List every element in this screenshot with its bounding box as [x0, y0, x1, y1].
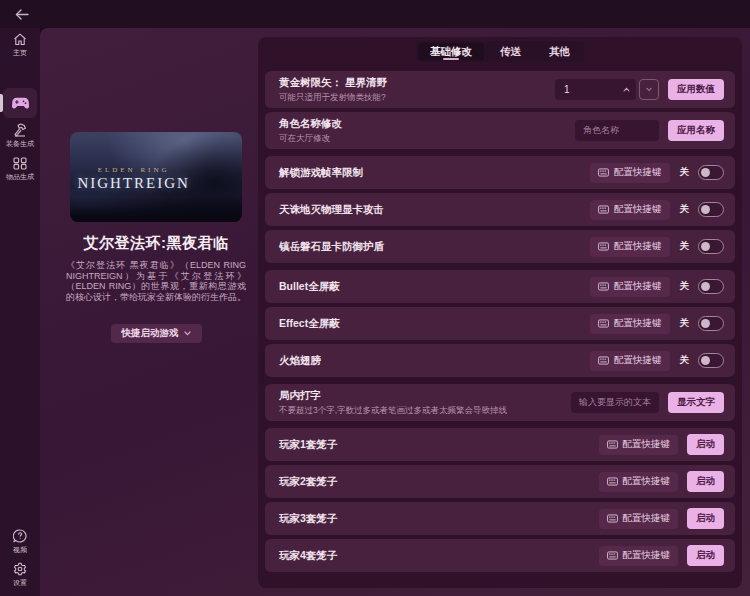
option-title: 玩家3套笼子 [279, 512, 337, 526]
number-value: 1 [564, 84, 570, 95]
spinner-up-button[interactable] [623, 87, 630, 92]
option-controls: 角色名称应用名称 [575, 120, 724, 141]
configure-hotkey-button[interactable]: 配置快捷键 [599, 435, 679, 455]
sidebar-item-label: 主页 [13, 48, 27, 58]
gear-icon [13, 562, 27, 576]
option-text: 黄金树限矢： 星界清野可能只适用于发射物类技能? [279, 76, 387, 104]
option-row: 玩家1套笼子配置快捷键启动 [265, 428, 735, 461]
keyboard-icon [598, 319, 609, 328]
sidebar-item-game[interactable] [3, 88, 37, 118]
option-title: 黄金树限矢： 星界清野 [279, 76, 387, 90]
launch-action-button[interactable]: 启动 [687, 471, 724, 492]
toggle-state-label: 关 [680, 280, 690, 293]
option-row: 玩家4套笼子配置快捷键启动 [265, 539, 735, 572]
title-bar [0, 0, 750, 28]
sidebar-item-item-gen[interactable]: 物品生成 [0, 157, 40, 182]
option-title: 解锁游戏帧率限制 [279, 166, 363, 180]
option-controls: 配置快捷键启动 [599, 434, 725, 455]
text-input[interactable]: 输入要显示的文本 [571, 392, 659, 413]
configure-hotkey-button[interactable]: 配置快捷键 [590, 314, 670, 334]
configure-hotkey-button[interactable]: 配置快捷键 [599, 509, 679, 529]
option-controls: 配置快捷键关 [590, 200, 724, 220]
help-bubble-icon [13, 529, 27, 543]
option-row: 火焰翅膀配置快捷键关 [265, 344, 735, 377]
toggle-switch[interactable] [698, 165, 724, 180]
configure-hotkey-button[interactable]: 配置快捷键 [590, 200, 670, 220]
launch-action-button[interactable]: 启动 [687, 545, 724, 566]
toggle-switch[interactable] [698, 316, 724, 331]
back-button[interactable] [13, 6, 31, 22]
option-row: 解锁游戏帧率限制配置快捷键关 [265, 156, 735, 189]
option-text: Bullet全屏蔽 [279, 280, 340, 294]
launch-action-button[interactable]: 启动 [687, 434, 724, 455]
sidebar-item-equip-gen[interactable]: 装备生成 [0, 123, 40, 149]
option-title: 镇岳磐石显卡防御护盾 [279, 240, 384, 254]
toggle-switch[interactable] [698, 353, 724, 368]
launch-action-button[interactable]: 启动 [687, 508, 724, 529]
option-row: 玩家3套笼子配置快捷键启动 [265, 502, 735, 535]
game-info-column: ELDEN RING NIGHTREIGN 艾尔登法环:黑夜君临 《艾尔登法环 … [66, 28, 246, 343]
option-text: Effect全屏蔽 [279, 317, 340, 331]
option-subtitle: 不要超过3个字,字数过多或者笔画过多或者太频繁会导致掉线 [279, 405, 507, 417]
keyboard-icon [607, 477, 618, 486]
configure-hotkey-button[interactable]: 配置快捷键 [590, 351, 670, 371]
tab-basic-mods[interactable]: 基础修改 [418, 43, 484, 60]
option-row: 天诛地灭物理显卡攻击配置快捷键关 [265, 193, 735, 226]
toggle-switch[interactable] [698, 279, 724, 294]
options-list: 黄金树限矢： 星界清野可能只适用于发射物类技能?1应用数值角色名称修改可在大厅修… [265, 71, 735, 572]
toggle-knob [701, 205, 710, 214]
home-icon [13, 33, 27, 46]
apply-text-button[interactable]: 应用名称 [668, 120, 724, 141]
option-controls: 1应用数值 [555, 79, 724, 100]
quick-launch-label: 快捷启动游戏 [122, 327, 179, 340]
sidebar-item-label: 物品生成 [6, 172, 34, 182]
cover-logo-main: NIGHTREIGN [70, 175, 197, 192]
spinner-down-button[interactable] [639, 79, 659, 100]
option-title: 玩家2套笼子 [279, 475, 337, 489]
apply-text-button[interactable]: 显示文字 [668, 392, 724, 413]
tab-other[interactable]: 其他 [537, 43, 582, 60]
sidebar: 主页 装备生成 物品生成 视频 设置 [0, 28, 40, 596]
number-input[interactable]: 1 [555, 79, 636, 100]
configure-hotkey-label: 配置快捷键 [614, 203, 662, 216]
sidebar-item-label: 装备生成 [6, 139, 34, 149]
option-text: 玩家4套笼子 [279, 549, 337, 563]
toggle-switch[interactable] [698, 202, 724, 217]
option-controls: 配置快捷键启动 [599, 471, 725, 492]
option-controls: 配置快捷键关 [590, 163, 724, 183]
sidebar-item-home[interactable]: 主页 [0, 33, 40, 58]
back-arrow-icon [15, 9, 29, 20]
configure-hotkey-label: 配置快捷键 [614, 317, 662, 330]
game-title: 艾尔登法环:黑夜君临 [66, 234, 246, 253]
option-title: 玩家1套笼子 [279, 438, 337, 452]
option-text: 角色名称修改可在大厅修改 [279, 117, 342, 145]
chevron-down-icon [646, 87, 652, 92]
tab-teleport[interactable]: 传送 [488, 43, 533, 60]
option-title: 火焰翅膀 [279, 354, 321, 368]
quick-launch-button[interactable]: 快捷启动游戏 [111, 324, 202, 343]
sidebar-item-label: 设置 [13, 578, 27, 588]
configure-hotkey-button[interactable]: 配置快捷键 [599, 472, 679, 492]
toggle-switch[interactable] [698, 239, 724, 254]
option-text: 玩家1套笼子 [279, 438, 337, 452]
option-controls: 配置快捷键关 [590, 237, 724, 257]
sidebar-item-video[interactable]: 视频 [0, 529, 40, 555]
toggle-knob [701, 242, 710, 251]
keyboard-icon [598, 282, 609, 291]
configure-hotkey-label: 配置快捷键 [614, 240, 662, 253]
option-text: 玩家2套笼子 [279, 475, 337, 489]
toggle-state-label: 关 [680, 203, 690, 216]
text-input[interactable]: 角色名称 [575, 120, 659, 141]
chevron-up-icon [623, 87, 630, 92]
option-row: 黄金树限矢： 星界清野可能只适用于发射物类技能?1应用数值 [265, 71, 735, 108]
configure-hotkey-button[interactable]: 配置快捷键 [590, 237, 670, 257]
configure-hotkey-button[interactable]: 配置快捷键 [599, 546, 679, 566]
toggle-state-label: 关 [680, 317, 690, 330]
configure-hotkey-button[interactable]: 配置快捷键 [590, 277, 670, 297]
items-grid-icon [13, 157, 27, 170]
option-subtitle: 可能只适用于发射物类技能? [279, 92, 387, 104]
apply-value-button[interactable]: 应用数值 [668, 79, 724, 100]
configure-hotkey-button[interactable]: 配置快捷键 [590, 163, 670, 183]
option-controls: 配置快捷键启动 [599, 545, 725, 566]
sidebar-item-settings[interactable]: 设置 [0, 562, 40, 588]
